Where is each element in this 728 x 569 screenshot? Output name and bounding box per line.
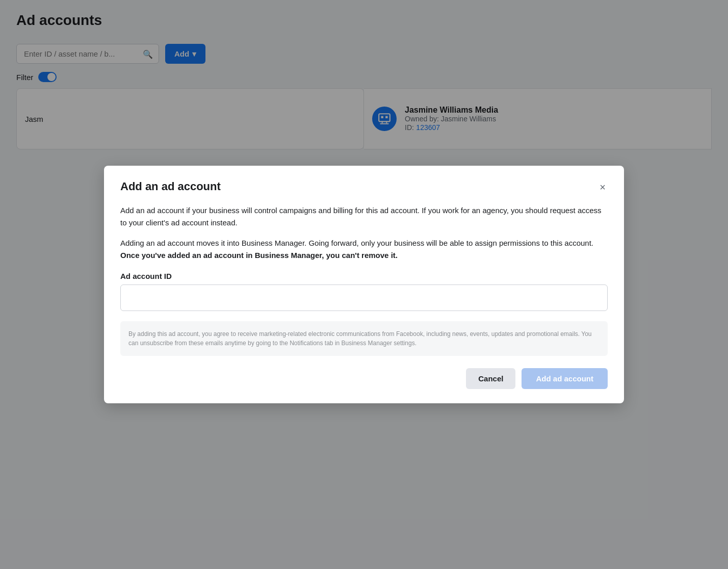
modal-paragraph-2-normal: Adding an ad account moves it into Busin…	[120, 239, 593, 247]
modal-overlay: Add an ad account × Add an ad account if…	[0, 0, 728, 569]
modal-header: Add an ad account ×	[120, 180, 608, 194]
modal-paragraph-2: Adding an ad account moves it into Busin…	[120, 237, 608, 262]
modal-title: Add an ad account	[120, 180, 221, 193]
close-button[interactable]: ×	[597, 180, 608, 194]
modal-body: Add an ad account if your business will …	[120, 204, 608, 356]
disclaimer-text: By adding this ad account, you agree to …	[120, 321, 608, 356]
modal-dialog: Add an ad account × Add an ad account if…	[104, 166, 624, 403]
ad-account-id-input[interactable]	[120, 284, 608, 311]
modal-paragraph-1: Add an ad account if your business will …	[120, 204, 608, 229]
add-ad-account-button[interactable]: Add ad account	[522, 368, 608, 389]
modal-paragraph-2-bold: Once you've added an ad account in Busin…	[120, 251, 398, 260]
modal-footer: Cancel Add ad account	[120, 368, 608, 389]
field-label: Ad account ID	[120, 272, 608, 280]
cancel-button[interactable]: Cancel	[466, 368, 515, 389]
